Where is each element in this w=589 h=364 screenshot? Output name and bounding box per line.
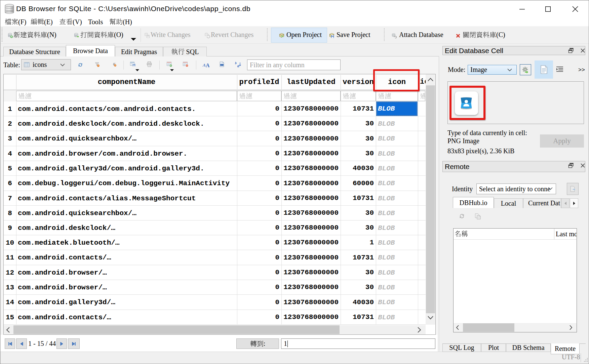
- svg-text:a: a: [237, 64, 239, 68]
- svg-text:b: b: [235, 61, 237, 65]
- svg-text:A: A: [202, 63, 206, 68]
- svg-text:A: A: [206, 62, 209, 68]
